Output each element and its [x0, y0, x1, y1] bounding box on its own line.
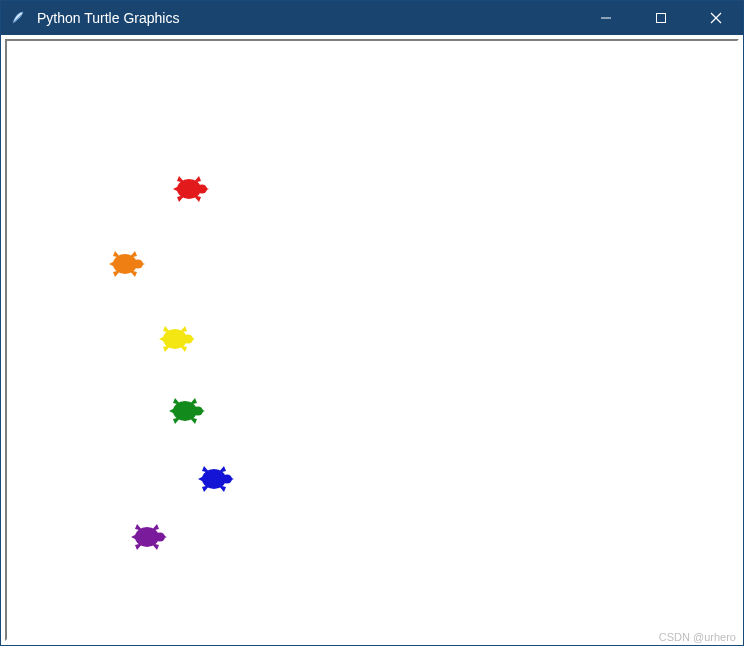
- window-title: Python Turtle Graphics: [37, 10, 578, 26]
- svg-rect-1: [656, 14, 665, 23]
- svg-point-43: [222, 475, 232, 484]
- svg-point-11: [197, 185, 207, 194]
- titlebar[interactable]: Python Turtle Graphics: [1, 1, 743, 35]
- turtle-purple: [127, 521, 171, 553]
- turtle-blue: [194, 463, 238, 495]
- maximize-button[interactable]: [633, 1, 688, 35]
- svg-point-27: [183, 335, 193, 344]
- turtle-green: [165, 395, 209, 427]
- turtle-yellow: [155, 323, 199, 355]
- minimize-button[interactable]: [578, 1, 633, 35]
- svg-point-51: [155, 533, 165, 542]
- svg-point-35: [193, 407, 203, 416]
- svg-point-19: [133, 260, 143, 269]
- app-window: Python Turtle Graphics: [0, 0, 744, 646]
- canvas-surface: [9, 43, 735, 637]
- close-button[interactable]: [688, 1, 743, 35]
- watermark: CSDN @urhero: [659, 631, 736, 643]
- turtle-canvas: [5, 39, 739, 641]
- window-controls: [578, 1, 743, 35]
- turtle-orange: [105, 248, 149, 280]
- feather-icon: [9, 9, 27, 27]
- turtle-red: [169, 173, 213, 205]
